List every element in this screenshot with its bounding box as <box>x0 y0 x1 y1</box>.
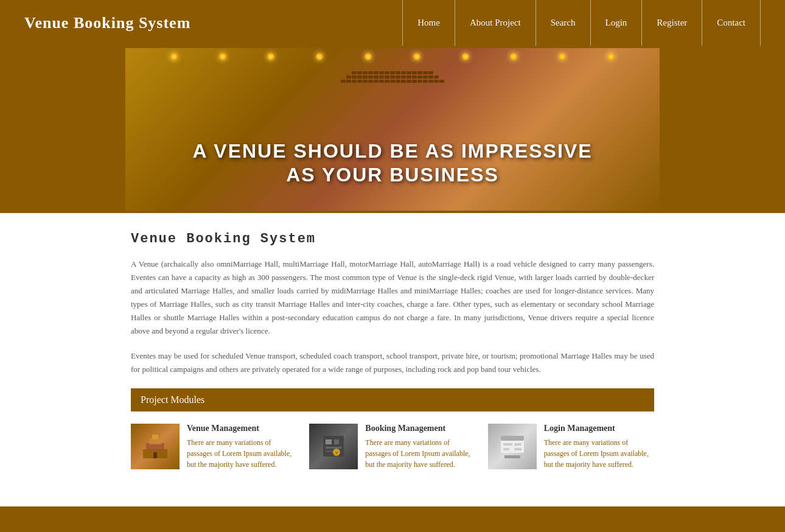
seat <box>406 80 411 83</box>
site-title: Venue Booking System <box>24 14 190 32</box>
stage-light <box>413 53 420 60</box>
stage-light <box>510 53 517 60</box>
hero-text: A VENUE SHOULD BE AS IMPRESSIVE AS YOUR … <box>125 139 660 186</box>
nav-contact[interactable]: Contact <box>702 0 761 46</box>
svg-text:V: V <box>335 450 338 455</box>
seat <box>379 71 384 74</box>
seat <box>368 71 373 74</box>
seat <box>423 80 428 83</box>
hero-tagline-line2: AS YOUR BUSINESS <box>125 163 660 186</box>
seat <box>368 80 373 83</box>
nav-search[interactable]: Search <box>536 0 591 46</box>
seat <box>357 80 362 83</box>
seat <box>428 80 433 83</box>
seat <box>374 71 379 74</box>
seat <box>428 71 433 74</box>
stage-light <box>170 53 178 60</box>
seat <box>439 80 444 83</box>
seat <box>352 80 357 83</box>
stage-light <box>365 53 372 60</box>
seat <box>417 71 422 74</box>
page-title: Venue Booking System <box>131 231 654 247</box>
main-content: Venue Booking System A Venue (archaicall… <box>119 231 666 470</box>
svg-rect-7 <box>334 439 339 444</box>
description-paragraph-2: Eventes may be used for scheduled Venue … <box>131 349 654 376</box>
seat <box>417 75 422 79</box>
module-info-login: Login Management There are many variatio… <box>544 424 654 470</box>
seat <box>385 71 389 74</box>
seat <box>423 75 428 79</box>
seat <box>363 75 368 79</box>
seat <box>341 80 346 83</box>
module-desc-login: There are many variations of passages of… <box>544 437 654 470</box>
svg-rect-17 <box>514 448 522 450</box>
seat <box>417 80 422 83</box>
seat <box>428 75 433 79</box>
seat <box>401 75 406 79</box>
svg-rect-13 <box>501 436 524 441</box>
modules-header: Project Modules <box>131 388 654 411</box>
module-title-login: Login Management <box>544 424 654 433</box>
login-thumb-image <box>497 431 528 461</box>
seat <box>346 80 351 83</box>
seat <box>363 80 368 83</box>
nav-home[interactable]: Home <box>402 0 455 46</box>
module-title-venue: Venue Management <box>187 424 297 433</box>
modules-section: Project Modules Venu <box>131 388 654 470</box>
module-title-booking: Booking Management <box>365 424 475 433</box>
seat <box>385 80 389 83</box>
stage-light <box>559 53 566 60</box>
module-thumb-login <box>488 424 537 469</box>
seat <box>396 75 400 79</box>
stage-light <box>316 53 323 60</box>
svg-rect-4 <box>153 452 157 458</box>
seat <box>357 71 362 74</box>
seat <box>352 75 357 79</box>
seat <box>368 75 373 79</box>
seat <box>434 75 439 79</box>
svg-rect-14 <box>503 443 512 446</box>
nav-about[interactable]: About Project <box>455 0 536 46</box>
module-card-login: Login Management There are many variatio… <box>488 424 654 470</box>
module-info-venue: Venue Management There are many variatio… <box>187 424 297 470</box>
footer <box>0 506 785 532</box>
seat <box>357 75 362 79</box>
nav-login[interactable]: Login <box>591 0 643 46</box>
svg-rect-16 <box>514 443 522 446</box>
modules-grid: Venue Management There are many variatio… <box>131 424 654 470</box>
stage-light <box>462 53 469 60</box>
seat <box>379 75 384 79</box>
navigation: Home About Project Search Login Register… <box>402 0 761 46</box>
seat <box>374 80 379 83</box>
seat <box>412 75 417 79</box>
seat <box>390 71 395 74</box>
hero-tagline-line1: A VENUE SHOULD BE AS IMPRESSIVE <box>125 139 660 163</box>
nav-register[interactable]: Register <box>642 0 702 46</box>
svg-rect-6 <box>326 439 332 444</box>
seat <box>379 80 384 83</box>
module-thumb-booking: V <box>309 424 358 469</box>
svg-rect-15 <box>503 448 509 450</box>
hero-section: A VENUE SHOULD BE AS IMPRESSIVE AS YOUR … <box>0 46 785 213</box>
stage-light <box>607 53 615 60</box>
module-desc-venue: There are many variations of passages of… <box>187 437 297 470</box>
header: Venue Booking System Home About Project … <box>0 0 785 46</box>
seat <box>401 80 406 83</box>
module-info-booking: Booking Management There are many variat… <box>365 424 475 470</box>
seat <box>374 75 379 79</box>
booking-thumb-image: V <box>318 431 349 461</box>
module-card-venue: Venue Management There are many variatio… <box>131 424 297 470</box>
svg-rect-8 <box>326 447 341 449</box>
hero-image: A VENUE SHOULD BE AS IMPRESSIVE AS YOUR … <box>125 48 660 211</box>
seat <box>434 80 439 83</box>
module-thumb-venue <box>131 424 180 469</box>
svg-rect-3 <box>152 435 158 439</box>
description-paragraph-1: A Venue (archaically also omniMarriage H… <box>131 257 654 338</box>
module-desc-booking: There are many variations of passages of… <box>365 437 475 470</box>
venue-thumb-image <box>140 431 170 461</box>
seat <box>390 80 395 83</box>
seat <box>406 75 411 79</box>
seat <box>363 71 368 74</box>
stage-light <box>267 53 274 60</box>
seat <box>396 80 400 83</box>
